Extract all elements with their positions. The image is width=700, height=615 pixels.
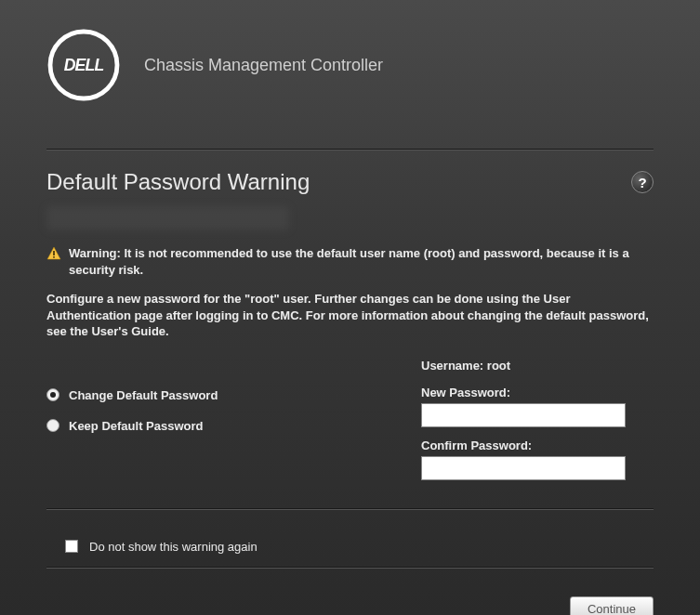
warning-message: Warning: It is not recommended to use th… <box>46 245 654 278</box>
dont-show-again-checkbox[interactable] <box>65 540 78 553</box>
continue-button[interactable]: Continue <box>570 596 654 615</box>
dont-show-again-label: Do not show this warning again <box>89 540 258 554</box>
obscured-text <box>46 206 289 230</box>
instruction-text: Configure a new password for the "root" … <box>46 291 654 340</box>
svg-rect-4 <box>53 256 55 258</box>
radio-input-keep[interactable] <box>46 419 59 432</box>
new-password-label: New Password: <box>421 386 654 399</box>
warning-triangle-icon <box>46 246 61 261</box>
warning-text: Warning: It is not recommended to use th… <box>69 245 654 278</box>
svg-rect-3 <box>53 251 55 255</box>
confirm-password-input[interactable] <box>421 456 626 480</box>
divider <box>46 508 654 510</box>
username-display: Username: root <box>421 359 654 373</box>
radio-label-keep: Keep Default Password <box>69 419 204 433</box>
help-icon[interactable]: ? <box>631 171 654 193</box>
header: DELL Chassis Management Controller <box>46 28 654 130</box>
radio-keep-default-password[interactable]: Keep Default Password <box>46 419 393 433</box>
svg-text:DELL: DELL <box>64 56 104 74</box>
new-password-input[interactable] <box>421 403 626 427</box>
radio-input-change[interactable] <box>46 388 59 401</box>
page-title: Default Password Warning <box>46 169 310 195</box>
divider <box>46 149 654 150</box>
confirm-password-label: Confirm Password: <box>421 438 654 452</box>
dell-logo-icon: DELL <box>46 28 121 102</box>
product-name: Chassis Management Controller <box>144 56 383 75</box>
radio-change-default-password[interactable]: Change Default Password <box>46 388 393 402</box>
radio-label-change: Change Default Password <box>69 388 218 402</box>
divider <box>46 567 654 569</box>
